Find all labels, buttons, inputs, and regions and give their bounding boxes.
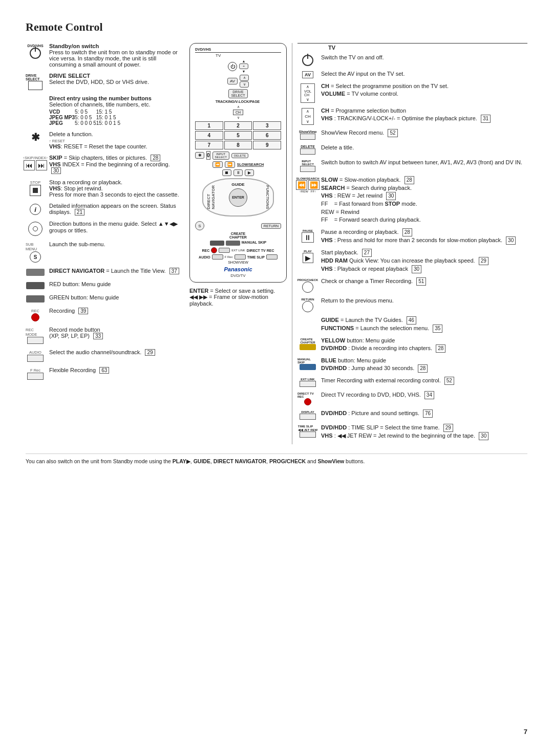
remote-red-btn[interactable] [210,241,224,246]
direct-nav-label: DIRECT NAVIGATOR [49,268,104,274]
rec-icon[interactable] [31,313,39,321]
right-slow-fwd-icon[interactable]: ⏩ [308,180,320,190]
remote-submenu-btn[interactable]: S [195,221,204,230]
red-color-btn[interactable] [26,282,45,289]
remote-num-7[interactable]: 7 [195,141,223,149]
remote-green-btn[interactable] [226,241,240,246]
enter-note-area: ENTER = Select or save a setting. ◀◀ ▶▶ … [189,288,287,307]
right-time-slip-icon[interactable] [300,431,316,438]
volume-desc: = TV volume control. [347,91,398,97]
right-input-select-item: INPUTSELECT Switch button to switch AV i… [297,159,527,172]
right-av-icon[interactable]: AV [302,71,313,78]
green-color-btn[interactable] [26,295,45,303]
nav-icon[interactable] [28,222,42,236]
right-showview-text: ShowView Record menu. 52 [321,129,527,137]
skip-fwd-icon[interactable]: ⏭ [36,160,47,170]
remote-submenu-return-row: S RETURN [195,221,281,230]
right-guide-item: GUIDE = Launch the TV Guides. 46 FUNCTIO… [297,316,527,333]
remote-input-btn[interactable]: INPUTSELECT [212,152,229,160]
right-blue-icon-area: MANUAL SKIP [297,357,318,370]
remote-audio-btn[interactable] [212,254,223,260]
vhs-rew-bold: VHS [321,192,333,199]
audio-icon-area: AUDIO [26,349,45,362]
remote-num-1[interactable]: 1 [195,121,223,130]
direct-entry-text: Direct entry using the number buttons Se… [49,95,179,126]
right-showview-icon[interactable] [300,134,315,140]
f-rec-icon[interactable] [27,373,44,380]
drive-select-icon[interactable] [28,81,42,90]
remote-num-5[interactable]: 5 [224,131,252,140]
right-ext-link-text: Timer Recording with external recording … [321,377,527,385]
remote-vol-btn[interactable]: + [239,63,248,69]
right-pause-icon[interactable]: ⏸ [302,232,314,243]
remote-pause-btn-r[interactable]: ⏸ [233,169,243,176]
f-rec-item: F Rec Flexible Recording 63 [26,367,179,380]
right-blue-btn[interactable] [300,364,316,370]
vhs-index-desc: INDEX = Find the beginning of a recordin… [62,161,170,167]
rec-mode-icon[interactable] [27,337,44,344]
remote-ch-dn[interactable]: ∨ [240,81,249,88]
right-power-icon[interactable] [302,55,313,66]
remote-rec-mode-btn[interactable] [219,248,230,253]
skip-text: SKIP = Skip chapters, titles or pictures… [49,155,179,174]
remote-num-0[interactable]: 0 [206,151,210,160]
right-return-icon[interactable] [302,301,313,312]
direct-nav-icon[interactable] [26,269,45,276]
right-yellow-btn[interactable] [300,344,316,350]
yellow-desc: button: Menu guide [347,337,395,343]
info-icon[interactable]: i [30,204,41,215]
right-time-slip-icon-area: TIME SLIP◀◀ JET REW [297,424,318,438]
remote-fwd-btn[interactable]: ⏩ [225,161,235,168]
remote-time-slip-btn[interactable] [266,254,278,260]
remote-num-6[interactable]: 6 [253,131,281,140]
remote-play-btn-r[interactable]: ▶ [245,169,254,176]
remote-num-3[interactable]: 3 [253,121,281,130]
remote-stop-btn-r[interactable]: ⏹ [222,169,231,176]
right-ch-vol-icon[interactable]: ∧ VOLCH ∨ [301,83,315,103]
right-direct-tv-rec-icon[interactable] [304,398,311,405]
right-ext-link-icon[interactable] [300,381,316,387]
remote-num-4[interactable]: 4 [195,131,223,140]
guide-ref: 46 [407,316,416,325]
remote-num-8[interactable]: 8 [224,141,252,149]
remote-graphic: DVD/VHS TV ⏻ ▲ + ▼ AV ∧ ∨ [189,43,287,283]
skip-item: ↑SKIP/INDEX↑ ⏮ ⏭ SKIP = Skip chapters, t… [26,155,179,174]
remote-ch-up[interactable]: ∧ [240,75,249,81]
right-play-desc: Start playback. [321,249,358,255]
ff-desc: FF = Fast forward from STOP mode. [321,201,417,207]
dvdhdd-jump-desc: : Jump ahead 30 seconds. [348,365,414,371]
remote-av-btn[interactable]: AV [227,78,238,84]
right-ch-prog-icon-area: ∧ CH ∨ [297,107,318,125]
remote-create-chapter-label: CREATECHAPTER [195,232,281,239]
stop-icon[interactable] [30,185,41,196]
power-icon[interactable] [30,48,41,59]
skip-back-icon[interactable]: ⏮ [24,160,35,170]
remote-drive-btn[interactable]: DRIVESELECT [228,89,247,98]
audio-icon[interactable] [27,355,44,362]
remote-star-btn[interactable]: ✱ [195,152,204,159]
remote-rew-btn[interactable]: ⏪ [212,161,223,168]
right-play-icon[interactable]: ▶ [303,253,313,263]
right-slow-back-icon[interactable]: ⏪ [296,180,307,190]
remote-rec-circle[interactable] [211,247,217,253]
remote-time-slip-label: TIME SLIP [247,255,265,259]
right-prog-icon[interactable] [302,282,313,293]
right-delete-icon[interactable] [300,148,315,155]
remote-delete-btn[interactable]: DELETE [231,153,248,158]
remote-power-btn[interactable]: ⏻ [228,62,237,71]
remote-return-btn[interactable]: RETURN [261,223,281,229]
remote-num-9[interactable]: 9 [253,141,281,149]
remote-av-row: AV ∧ ∨ [195,75,281,88]
remote-num-2[interactable]: 2 [224,121,252,130]
right-yellow-icon-area: CREATECHAPTER [297,337,318,350]
asterisk-icon[interactable]: ✱ [31,132,40,142]
right-input-icon[interactable] [300,166,315,172]
remote-enter-btn[interactable]: ENTER [229,188,247,207]
right-ch-prog-icon[interactable]: ∧ CH ∨ [302,108,314,125]
vhs-index-ref: 30 [51,167,61,174]
right-display-icon[interactable] [300,414,316,420]
rec-mode-desc2: (XP, SP, LP, EP) [49,333,90,339]
submenu-icon[interactable]: S [30,251,41,263]
remote-display-btn[interactable] [235,254,246,260]
green-btn-item: GREEN button: Menu guide [26,294,179,303]
